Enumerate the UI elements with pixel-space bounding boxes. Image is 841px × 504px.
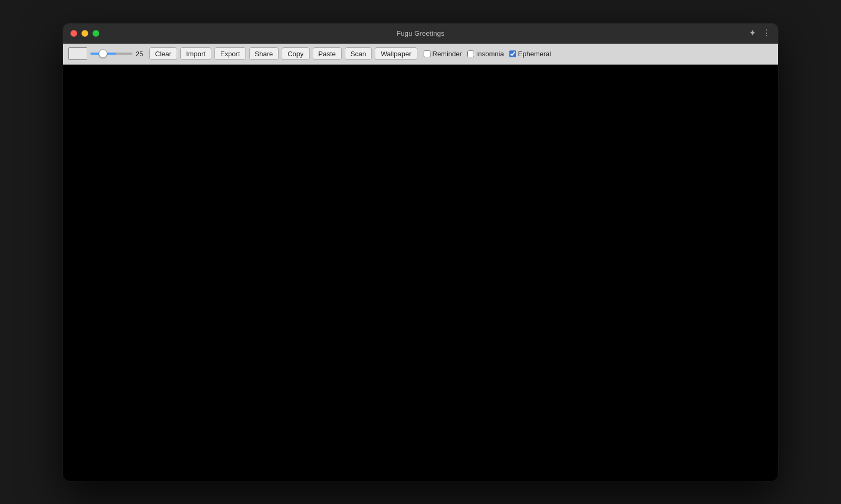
slider-container: 25 bbox=[90, 50, 146, 58]
size-slider[interactable] bbox=[90, 53, 132, 55]
reminder-text: Reminder bbox=[433, 50, 462, 58]
reminder-label[interactable]: Reminder bbox=[424, 50, 462, 58]
wallpaper-button[interactable]: Wallpaper bbox=[375, 47, 417, 60]
insomnia-label[interactable]: Insomnia bbox=[467, 50, 504, 58]
ephemeral-label[interactable]: Ephemeral bbox=[509, 50, 551, 58]
ephemeral-checkbox[interactable] bbox=[509, 50, 516, 57]
clear-button[interactable]: Clear bbox=[149, 47, 177, 60]
checkbox-group: Reminder Insomnia Ephemeral bbox=[424, 50, 551, 58]
import-button[interactable]: Import bbox=[180, 47, 211, 60]
main-canvas[interactable] bbox=[63, 65, 778, 481]
export-button[interactable]: Export bbox=[214, 47, 246, 60]
traffic-lights bbox=[70, 30, 99, 37]
insomnia-checkbox[interactable] bbox=[467, 50, 474, 57]
app-window: Fugu Greetings ✦ ⋮ 25 Clear Import Expor… bbox=[63, 24, 778, 481]
share-button[interactable]: Share bbox=[249, 47, 279, 60]
toolbar: 25 Clear Import Export Share Copy Paste … bbox=[63, 44, 778, 65]
reminder-checkbox[interactable] bbox=[424, 50, 430, 57]
extensions-icon[interactable]: ✦ bbox=[749, 29, 756, 37]
titlebar: Fugu Greetings ✦ ⋮ bbox=[63, 24, 778, 44]
ephemeral-text: Ephemeral bbox=[518, 50, 551, 58]
copy-button[interactable]: Copy bbox=[282, 47, 309, 60]
paste-button[interactable]: Paste bbox=[313, 47, 342, 60]
scan-button[interactable]: Scan bbox=[345, 47, 372, 60]
slider-value: 25 bbox=[136, 50, 146, 58]
color-swatch[interactable] bbox=[68, 47, 87, 60]
menu-icon[interactable]: ⋮ bbox=[762, 29, 771, 37]
window-controls-right: ✦ ⋮ bbox=[749, 29, 771, 37]
minimize-button[interactable] bbox=[81, 30, 88, 37]
window-title: Fugu Greetings bbox=[396, 29, 444, 37]
insomnia-text: Insomnia bbox=[476, 50, 504, 58]
maximize-button[interactable] bbox=[93, 30, 99, 37]
close-button[interactable] bbox=[70, 30, 77, 37]
